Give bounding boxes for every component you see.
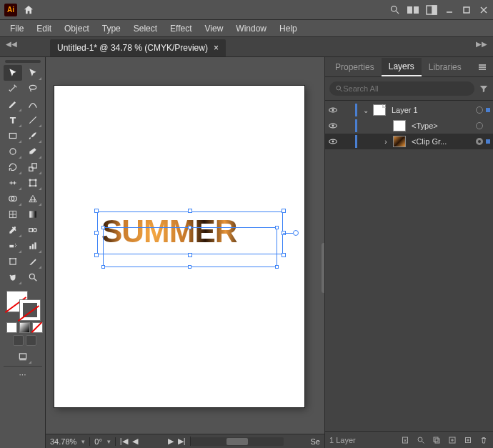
resize-handle[interactable]	[94, 231, 99, 235]
resize-handle[interactable]	[101, 226, 105, 229]
tab-libraries[interactable]: Libraries	[422, 59, 469, 76]
resize-handle[interactable]	[101, 265, 105, 269]
visibility-icon[interactable]	[328, 136, 339, 146]
make-clipping-mask-icon[interactable]	[432, 435, 442, 445]
gradient-mode-icon[interactable]	[19, 322, 30, 333]
direct-selection-tool[interactable]	[24, 65, 42, 81]
hand-tool[interactable]	[4, 269, 22, 285]
menu-effect[interactable]: Effect	[164, 22, 197, 35]
resize-handle[interactable]	[94, 253, 99, 257]
rectangle-tool[interactable]	[4, 128, 22, 144]
canvas-viewport[interactable]: SUMMER	[46, 57, 324, 434]
width-tool[interactable]	[4, 175, 22, 191]
column-graph-tool[interactable]	[24, 238, 42, 254]
filter-icon[interactable]	[479, 84, 489, 94]
artboard-nav[interactable]: |◀ ◀ ▶ ▶|	[116, 437, 191, 446]
menu-help[interactable]: Help	[274, 22, 303, 35]
new-layer-icon[interactable]	[463, 435, 473, 445]
maximize-icon[interactable]	[462, 5, 472, 15]
layers-search[interactable]	[329, 81, 474, 96]
locate-object-icon[interactable]	[416, 435, 426, 445]
collapse-chevrons-left-icon[interactable]: ◀◀	[6, 40, 17, 48]
shaper-tool[interactable]	[4, 144, 22, 159]
last-icon[interactable]: ▶|	[178, 437, 186, 446]
rotate-view[interactable]: 0°	[90, 437, 116, 446]
close-tab-icon[interactable]: ×	[214, 43, 219, 53]
disclosure-open-icon[interactable]: ⌄	[362, 106, 370, 114]
layer-name[interactable]: <Clip Gr...	[409, 137, 473, 146]
menu-type[interactable]: Type	[96, 22, 126, 35]
layer-name[interactable]: <Type>	[409, 121, 473, 130]
layer-row[interactable]: <Type>	[325, 118, 493, 134]
workspace-icon[interactable]	[426, 5, 437, 15]
draw-normal-icon[interactable]	[13, 335, 24, 346]
layer-row[interactable]: ⌄ Layer 1	[325, 102, 493, 118]
horizontal-scrollbar[interactable]	[191, 437, 284, 446]
resize-handle[interactable]	[94, 209, 99, 213]
layer-row[interactable]: › <Clip Gr...	[325, 134, 493, 149]
menu-select[interactable]: Select	[128, 22, 163, 35]
resize-handle[interactable]	[275, 226, 279, 229]
layers-search-input[interactable]	[343, 84, 469, 93]
perspective-grid-tool[interactable]	[24, 191, 42, 206]
none-mode-icon[interactable]	[32, 322, 43, 333]
fill-stroke-swatches[interactable]	[5, 289, 41, 321]
menu-edit[interactable]: Edit	[31, 22, 57, 35]
menu-file[interactable]: File	[4, 22, 29, 35]
vertical-scrollbar[interactable]	[322, 243, 324, 293]
menu-view[interactable]: View	[199, 22, 229, 35]
minimize-icon[interactable]	[444, 5, 454, 15]
target-icon[interactable]	[476, 122, 483, 129]
selection-indicator[interactable]	[486, 108, 490, 112]
slice-tool[interactable]	[24, 254, 42, 269]
collapse-chevrons-right-icon[interactable]: ▶▶	[476, 40, 487, 48]
shape-builder-tool[interactable]	[4, 191, 22, 206]
paintbrush-tool[interactable]	[24, 128, 42, 144]
new-sublayer-icon[interactable]	[447, 435, 457, 445]
gradient-tool[interactable]	[24, 206, 42, 222]
symbol-sprayer-tool[interactable]	[4, 238, 22, 254]
document-tab[interactable]: Untitled-1* @ 34.78 % (CMYK/Preview) ×	[50, 39, 226, 56]
color-mode-icon[interactable]	[6, 322, 17, 333]
layer-name[interactable]: Layer 1	[389, 106, 473, 114]
free-transform-tool[interactable]	[24, 175, 42, 191]
selection-bounds[interactable]: SUMMER	[97, 211, 283, 254]
pen-tool[interactable]	[4, 96, 22, 112]
rotate-handle[interactable]	[293, 230, 299, 236]
draw-behind-icon[interactable]	[26, 335, 36, 346]
type-tool[interactable]	[4, 112, 22, 128]
paste-remembers-icon[interactable]	[400, 435, 410, 445]
next-icon[interactable]: ▶	[168, 437, 174, 446]
panel-menu-icon[interactable]	[474, 60, 490, 74]
toolbox-grip[interactable]	[5, 60, 41, 63]
screen-mode-icon[interactable]	[14, 349, 32, 364]
mesh-tool[interactable]	[4, 206, 22, 222]
zoom-tool[interactable]	[24, 269, 42, 285]
home-icon[interactable]	[23, 4, 34, 16]
tab-layers[interactable]: Layers	[382, 58, 422, 76]
visibility-icon[interactable]	[328, 105, 339, 115]
menu-window[interactable]: Window	[230, 22, 272, 35]
arrange-icon[interactable]	[407, 5, 419, 15]
selection-indicator[interactable]	[486, 139, 490, 144]
resize-handle[interactable]	[282, 209, 286, 213]
blend-tool[interactable]	[24, 222, 42, 238]
lasso-tool[interactable]	[24, 81, 42, 96]
selection-tool[interactable]	[4, 65, 22, 81]
menu-object[interactable]: Object	[59, 22, 95, 35]
first-icon[interactable]: |◀	[120, 437, 128, 446]
resize-handle[interactable]	[188, 209, 192, 213]
line-tool[interactable]	[24, 112, 42, 128]
prev-icon[interactable]: ◀	[132, 437, 138, 446]
target-icon[interactable]	[476, 138, 483, 145]
artboard[interactable]: SUMMER	[54, 86, 304, 407]
zoom-level[interactable]: 34.78%	[46, 437, 90, 446]
stroke-swatch[interactable]	[19, 299, 41, 321]
edit-toolbar-icon[interactable]: ···	[4, 366, 42, 382]
resize-handle[interactable]	[275, 265, 279, 269]
resize-handle[interactable]	[188, 226, 191, 229]
resize-handle[interactable]	[282, 253, 286, 257]
disclosure-closed-icon[interactable]: ›	[382, 138, 390, 146]
tab-properties[interactable]: Properties	[328, 59, 382, 76]
resize-handle[interactable]	[188, 265, 191, 269]
